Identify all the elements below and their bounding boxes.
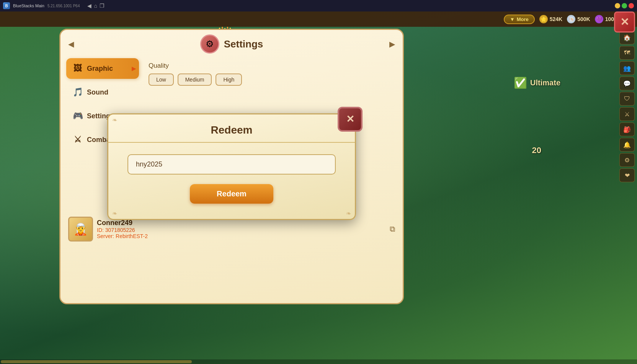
close-x-icon: ✕ xyxy=(620,16,629,28)
number-display: 20 xyxy=(532,145,541,155)
currency-shell: 🐚 500K xyxy=(567,15,590,23)
bluestacks-icon: B xyxy=(3,2,10,9)
redeem-submit-btn[interactable]: Redeem xyxy=(190,184,273,204)
modal-corner-bl: ❧ xyxy=(112,210,117,217)
redeem-modal-overlay: ❧ ❧ ❧ ❧ ✕ Redeem Redeem xyxy=(59,29,404,304)
bottom-scrollbar[interactable] xyxy=(0,359,637,364)
modal-body: Redeem xyxy=(108,143,355,219)
sidebar-users-icon[interactable]: 👥 xyxy=(619,61,635,75)
game-close-btn[interactable]: ✕ xyxy=(614,11,635,33)
modal-corner-br: ❧ xyxy=(346,210,351,217)
titlebar-version: 5.21.656.1001 P64 xyxy=(47,4,80,8)
close-btn[interactable] xyxy=(629,3,634,8)
star-icon: ⭐ xyxy=(539,15,548,23)
sidebar-gear-icon[interactable]: ⚙ xyxy=(619,153,635,167)
nav-window-btn[interactable]: ❐ xyxy=(100,3,105,9)
shell-icon: 🐚 xyxy=(567,15,575,23)
star-value: 524K xyxy=(550,16,562,22)
redeem-modal: ❧ ❧ ❧ ❧ ✕ Redeem Redeem xyxy=(107,113,356,220)
sidebar-bell-icon[interactable]: 🔔 xyxy=(619,138,635,152)
sidebar-sword-icon[interactable]: ⚔ xyxy=(619,107,635,121)
shell-value: 500K xyxy=(577,16,590,22)
modal-close-btn[interactable]: ✕ xyxy=(338,107,363,132)
gem-value: 100 xyxy=(605,16,614,22)
titlebar-nav: ◀ ⌂ ❐ xyxy=(87,3,104,9)
sidebar-home-icon[interactable]: 🏠 xyxy=(619,31,635,44)
currency-star: ⭐ 524K xyxy=(539,15,562,23)
sidebar-bag-icon[interactable]: 🎒 xyxy=(619,122,635,136)
nav-home-btn[interactable]: ⌂ xyxy=(94,3,97,9)
titlebar: B BlueStacks Main 5.21.656.1001 P64 ◀ ⌂ … xyxy=(0,0,637,11)
window-controls xyxy=(615,3,634,8)
more-label: More xyxy=(517,16,529,22)
scrollbar-thumb[interactable] xyxy=(1,360,192,363)
sidebar-map-icon[interactable]: 🗺 xyxy=(619,46,635,60)
checkmark-icon: ✅ xyxy=(514,77,527,89)
modal-close-icon: ✕ xyxy=(346,113,354,125)
redeem-code-input[interactable] xyxy=(127,154,336,175)
nav-back-btn[interactable]: ◀ xyxy=(87,3,91,9)
minimize-btn[interactable] xyxy=(615,3,620,8)
maximize-btn[interactable] xyxy=(622,3,627,8)
modal-corner-tl: ❧ xyxy=(112,116,117,124)
modal-title: Redeem xyxy=(108,114,355,143)
ultimate-label: Ultimate xyxy=(530,78,560,87)
gem-icon: 💜 xyxy=(595,15,603,23)
sidebar-heart-icon[interactable]: ❤ xyxy=(619,168,635,182)
more-dropdown-btn[interactable]: ▼ More xyxy=(504,15,535,24)
more-arrow-icon: ▼ xyxy=(510,16,515,22)
sidebar-chat-icon[interactable]: 💬 xyxy=(619,77,635,90)
sidebar-shield-icon[interactable]: 🛡 xyxy=(619,92,635,106)
currency-gem: 💜 100 xyxy=(595,15,614,23)
right-sidebar: 🏠 🗺 👥 💬 🛡 ⚔ 🎒 🔔 ⚙ ❤ xyxy=(618,29,637,184)
ultimate-badge: ✅ Ultimate xyxy=(514,77,560,89)
top-game-bar: ▼ More ⭐ 524K 🐚 500K 💜 100 xyxy=(0,11,637,27)
titlebar-app-name: BlueStacks Main xyxy=(13,3,44,8)
